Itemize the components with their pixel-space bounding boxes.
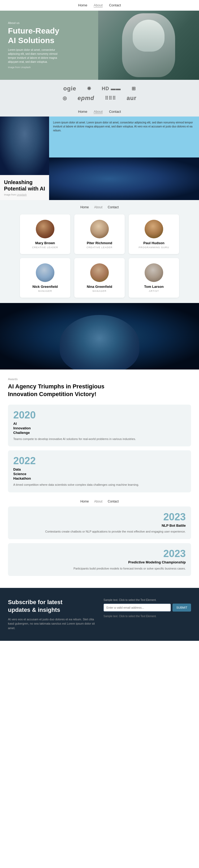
team-name-mary: Mary Brown <box>24 241 66 245</box>
avatar-paul <box>145 220 163 238</box>
award-name-2020: AIInnovationChallenge <box>13 422 186 435</box>
subscribe-title: Subscribe for latestupdates & insights <box>8 598 95 614</box>
logo-grid: ⊞ <box>132 86 136 92</box>
large-robot-head-shape <box>60 315 139 370</box>
hero-section: About us Future-ReadyAI Solutions Lorem … <box>0 11 199 80</box>
team-role-paul: PROGRAMMING GURU <box>133 246 175 249</box>
hero-label: About us <box>8 21 66 25</box>
nav-contact[interactable]: Contact <box>109 3 121 7</box>
hero-title: Future-ReadyAI Solutions <box>8 26 66 45</box>
team-nav-contact[interactable]: Contact <box>108 205 119 209</box>
award-year-2020: 2020 <box>13 410 186 420</box>
logo-circle: ◎ <box>63 95 67 101</box>
awards-label: Awards <box>8 377 191 381</box>
subscribe-left: Subscribe for latestupdates & insights A… <box>8 598 95 630</box>
nav2-contact[interactable]: Contact <box>109 110 121 114</box>
team-card-piter: Piter Richmond CREATIVE LEADER <box>74 214 125 254</box>
content-text-box: Lorem ipsum dolor sit amet. Lorem ipsum … <box>49 117 199 157</box>
hero-content: About us Future-ReadyAI Solutions Lorem … <box>8 21 66 69</box>
award-desc-predictive: Participants build predictive models to … <box>13 566 186 571</box>
team-name-nick: Nick Greenfield <box>24 285 66 289</box>
team-nav-home[interactable]: Home <box>80 205 89 209</box>
large-robot-image <box>0 303 199 370</box>
team-name-piter: Piter Richmond <box>78 241 121 245</box>
award-nav-home[interactable]: Home <box>80 500 89 503</box>
logo-aur: aur <box>127 95 136 102</box>
avatar-mary <box>36 220 54 238</box>
award-card-predictive: 2023 Predictive Modeling Championship Pa… <box>8 543 191 576</box>
content-left: UnleashingPotential with AI Image from U… <box>0 117 49 200</box>
logo-hd: HD ▬▬ <box>102 86 121 92</box>
robot-image2-inner <box>49 157 199 200</box>
avatar-nick <box>36 264 54 282</box>
subscribe-sample-text: Sample text. Click to select the Text El… <box>104 598 191 601</box>
award-nav-contact[interactable]: Contact <box>108 500 119 503</box>
subscribe-right: Sample text. Click to select the Text El… <box>104 598 191 618</box>
robot-image-1 <box>0 117 49 175</box>
award-nav: Home About Contact <box>8 496 191 506</box>
award-desc-2022: A timed competition where data scientist… <box>13 483 186 487</box>
unleashing-block: UnleashingPotential with AI Image from U… <box>0 175 49 200</box>
nav2-about[interactable]: About <box>94 110 103 114</box>
subscribe-footer-sample: Sample text. Click to select the Text El… <box>104 615 191 618</box>
award-name-2022: DataScienceHackathon <box>13 467 186 481</box>
logo-ogie: ogie <box>63 85 76 92</box>
team-role-piter: CREATIVE LEADER <box>78 246 121 249</box>
logo-epmd: epmd <box>78 95 94 102</box>
team-role-nick: MANAGER <box>24 290 66 292</box>
logos-section: ogie ❋ HD ▬▬ ⊞ ◎ epmd ⠿⠿⠿ aur <box>0 80 199 107</box>
team-grid: Mary Brown CREATIVE LEADER Piter Richmon… <box>4 214 195 298</box>
robot-image-inner <box>0 117 49 175</box>
team-name-nina: Nina Greenfield <box>78 285 121 289</box>
award-nav-about[interactable]: About <box>94 500 103 503</box>
unsplash-link[interactable]: Unsplash <box>17 193 27 196</box>
award-name-nlp: NLP Bot Battle <box>13 524 186 528</box>
nav2: Home About Contact <box>0 107 199 117</box>
award-card-2020: 2020 AIInnovationChallenge Teams compete… <box>8 405 191 446</box>
nav2-home[interactable]: Home <box>78 110 87 114</box>
team-role-nina: MANAGER <box>78 290 121 292</box>
avatar-tom <box>145 264 163 282</box>
unleashing-title: UnleashingPotential with AI <box>4 179 45 192</box>
logos-row-1: ogie ❋ HD ▬▬ ⊞ <box>8 85 191 92</box>
team-card-nick: Nick Greenfield MANAGER <box>20 258 70 298</box>
logo-symbol1: ❋ <box>87 86 91 92</box>
logo-dots: ⠿⠿⠿ <box>105 95 116 101</box>
team-card-paul: Paul Hudson PROGRAMMING GURU <box>129 214 179 254</box>
nav-home[interactable]: Home <box>78 3 87 7</box>
team-card-mary: Mary Brown CREATIVE LEADER <box>20 214 70 254</box>
award-card-2022: 2022 DataScienceHackathon A timed compet… <box>8 451 191 492</box>
subscribe-description: At vero eos et accusam et justo duo dolo… <box>8 617 95 630</box>
award-year-2022: 2022 <box>13 456 186 466</box>
award-desc-2020: Teams compete to develop innovative AI s… <box>13 437 186 441</box>
team-card-tom: Tom Larson ARTIST <box>129 258 179 298</box>
main-nav: Home About Contact <box>0 0 199 11</box>
nav-about[interactable]: About <box>94 3 103 7</box>
award-year-predictive: 2023 <box>13 549 186 559</box>
team-role-mary: CREATIVE LEADER <box>24 246 66 249</box>
award-desc-nlp: Contestants create chatbots or NLP appli… <box>13 529 186 534</box>
subscribe-button[interactable]: SUBMIT <box>172 603 191 612</box>
awards-title: AI Agency Triumphs in PrestigiousInnovat… <box>8 383 191 398</box>
subscribe-section: Subscribe for latestupdates & insights A… <box>0 588 199 641</box>
awards-section: Awards AI Agency Triumphs in Prestigious… <box>0 370 199 588</box>
content-section: UnleashingPotential with AI Image from U… <box>0 117 199 200</box>
team-name-paul: Paul Hudson <box>133 241 175 245</box>
hero-robot-image <box>98 11 199 80</box>
content-right: Lorem ipsum dolor sit amet. Lorem ipsum … <box>49 117 199 200</box>
avatar-nina <box>90 264 109 282</box>
avatar-piter <box>90 220 109 238</box>
content-text: Lorem ipsum dolor sit amet. Lorem ipsum … <box>53 121 195 132</box>
team-name-tom: Tom Larson <box>133 285 175 289</box>
hero-description: Lorem ipsum dolor sit amet, consectetur … <box>8 48 66 64</box>
team-nav: Home About Contact <box>4 205 195 209</box>
hero-image-credit: Image from Unsplash <box>8 66 66 69</box>
subscribe-form: SUBMIT <box>104 603 191 612</box>
award-year-nlp: 2023 <box>13 512 186 522</box>
team-nav-about[interactable]: About <box>94 205 103 209</box>
team-role-tom: ARTIST <box>133 290 175 292</box>
unleashing-credit: Image from Unsplash <box>4 193 45 196</box>
large-image-inner <box>0 303 199 370</box>
award-card-nlp: 2023 NLP Bot Battle Contestants create c… <box>8 506 191 539</box>
email-input[interactable] <box>104 603 171 612</box>
